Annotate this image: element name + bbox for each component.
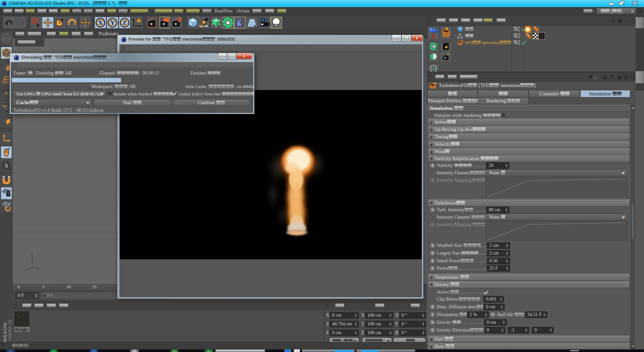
svg-text:Y: Y: [110, 19, 115, 26]
svg-text:Y: Y: [31, 252, 34, 256]
svg-text:Z: Z: [122, 19, 127, 26]
svg-text:S: S: [5, 163, 8, 169]
svg-text:X: X: [98, 19, 103, 26]
